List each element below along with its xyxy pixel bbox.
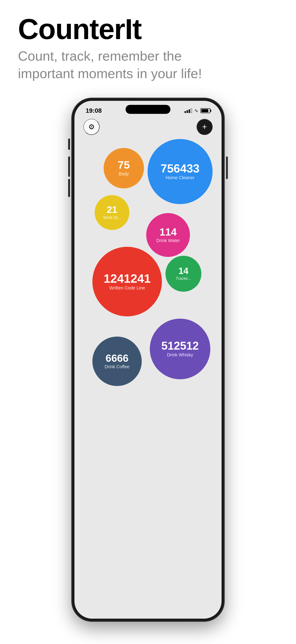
counter-body[interactable]: 75 Body xyxy=(104,148,144,188)
counter-work-number: 21 xyxy=(107,205,117,214)
header-section: CounterIt Count, track, remember the imp… xyxy=(0,14,296,82)
counter-coffee[interactable]: 6666 Drink Coffee xyxy=(92,336,142,386)
app-subtitle: Count, track, remember the important mom… xyxy=(18,48,278,82)
counter-coffee-label: Drink Coffee xyxy=(105,364,130,370)
signal-bars-icon xyxy=(184,108,192,113)
add-counter-button[interactable]: + xyxy=(196,119,213,135)
counter-code-number: 1241241 xyxy=(104,272,151,284)
counter-tracked[interactable]: 14 Tracke... xyxy=(165,256,201,292)
counter-work[interactable]: 21 Work St... xyxy=(95,195,129,230)
phone-frame-wrapper: 19:08 ∿ xyxy=(72,98,224,621)
counter-whisky-number: 512512 xyxy=(161,340,199,352)
signal-bar-3 xyxy=(189,109,190,113)
battery-fill xyxy=(201,109,208,112)
app-title: CounterIt xyxy=(18,14,278,45)
plus-icon: + xyxy=(202,122,207,132)
counter-drink-water-number: 114 xyxy=(159,227,177,237)
counter-drink-water-label: Drink Water xyxy=(156,238,180,243)
settings-button[interactable]: ⚙ xyxy=(83,119,100,135)
counter-whisky[interactable]: 512512 Drink Whisky xyxy=(150,319,210,379)
counter-tracked-label: Tracke... xyxy=(176,276,191,281)
counter-code[interactable]: 1241241 Written Code Line xyxy=(92,247,162,316)
counter-body-label: Body xyxy=(119,171,129,176)
counter-code-label: Written Code Line xyxy=(109,286,145,290)
counter-whisky-label: Drink Whisky xyxy=(167,352,193,358)
app-content: ⚙ + 75 Body xyxy=(74,101,222,619)
phone-frame: 19:08 ∿ xyxy=(72,98,224,621)
counter-work-label: Work St... xyxy=(103,215,121,220)
signal-bar-4 xyxy=(191,108,192,113)
counter-body-number: 75 xyxy=(118,160,130,170)
subtitle-line2: important moments in your life! xyxy=(18,66,202,81)
signal-bar-2 xyxy=(187,110,188,113)
counters-area: 75 Body 756433 Home Cleaner 21 Work St..… xyxy=(74,101,222,619)
phone-screen: 19:08 ∿ xyxy=(74,101,222,619)
counter-home-cleaner[interactable]: 756433 Home Cleaner xyxy=(148,139,213,204)
counter-coffee-number: 6666 xyxy=(106,353,129,363)
counter-drink-water[interactable]: 114 Drink Water xyxy=(146,213,190,257)
signal-bar-1 xyxy=(184,111,186,113)
status-time: 19:08 xyxy=(86,107,102,114)
page-container: CounterIt Count, track, remember the imp… xyxy=(0,0,296,644)
top-actions: ⚙ + xyxy=(74,119,222,135)
counter-home-cleaner-label: Home Cleaner xyxy=(166,175,195,180)
counter-home-cleaner-number: 756433 xyxy=(160,162,200,174)
dynamic-island xyxy=(126,105,170,114)
wifi-icon: ∿ xyxy=(194,108,198,114)
counter-tracked-number: 14 xyxy=(178,266,189,275)
status-icons: ∿ xyxy=(184,108,210,114)
side-buttons-left xyxy=(68,138,70,150)
gear-icon: ⚙ xyxy=(88,122,95,131)
battery-icon xyxy=(200,108,210,113)
subtitle-line1: Count, track, remember the xyxy=(18,48,182,64)
